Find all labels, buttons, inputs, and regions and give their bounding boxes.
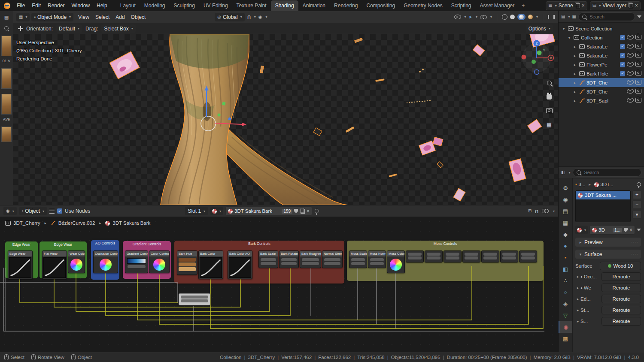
gizmos-icon[interactable]: ➤: [469, 15, 472, 19]
viewlayer-selector[interactable]: ▤▾ ViewLayer ×: [590, 1, 641, 10]
properties-tab-output[interactable]: ▤: [559, 205, 572, 217]
workspace-tab-geometry-nodes[interactable]: Geometry Nodes: [399, 0, 447, 11]
shader-node[interactable]: Bark Rotate: [279, 250, 299, 268]
viewport-3d[interactable]: Z X Y User Perspective (285) Collection …: [13, 34, 558, 205]
options-dropdown[interactable]: Options▾: [526, 24, 553, 33]
shader-node[interactable]: Moss Color: [387, 250, 405, 273]
camera-icon[interactable]: [635, 53, 641, 59]
shader-node[interactable]: Color Control: [149, 250, 170, 273]
breadcrumb-object[interactable]: 3...: [579, 182, 586, 187]
menu-edit[interactable]: Edit: [28, 1, 44, 10]
outliner-row[interactable]: ▸FlowerPe✓: [559, 60, 644, 69]
add-slot-button[interactable]: +: [632, 190, 641, 199]
material-slot-list[interactable]: 3DT Sakura ...: [575, 190, 631, 222]
properties-tab-particles[interactable]: ∴: [559, 275, 572, 287]
search-icon[interactable]: [4, 26, 9, 30]
shader-node[interactable]: [406, 250, 424, 262]
menu-icon[interactable]: [49, 209, 55, 214]
camera-icon[interactable]: [635, 80, 641, 86]
reroute-button[interactable]: Reroute: [601, 272, 641, 281]
slot-dropdown[interactable]: Slot 1▾: [185, 207, 208, 215]
pin-icon[interactable]: [315, 209, 319, 213]
checkbox-icon[interactable]: ✓: [620, 71, 625, 76]
camera-icon[interactable]: [635, 98, 641, 104]
shader-node[interactable]: [462, 250, 480, 262]
workspace-tab-rendering[interactable]: Rendering: [330, 0, 362, 11]
new-scene-icon[interactable]: [576, 3, 580, 8]
snap-magnet-icon[interactable]: U: [247, 15, 251, 19]
eye-icon[interactable]: [627, 80, 634, 86]
camera-icon[interactable]: [635, 62, 641, 68]
outliner-editor-icon[interactable]: ▤: [561, 15, 565, 19]
texture-thumbnail[interactable]: [1, 127, 12, 142]
outliner-row[interactable]: ▸SakuraLe✓: [559, 51, 644, 60]
checkbox-icon[interactable]: ✓: [620, 53, 625, 58]
outliner-row[interactable]: ▸3DT_Sapl: [559, 96, 644, 105]
fake-user-shield-icon[interactable]: [294, 209, 298, 213]
workspace-tab-scripting[interactable]: Scripting: [447, 0, 476, 11]
properties-editor-icon[interactable]: ◧: [561, 170, 565, 175]
remove-slot-button[interactable]: −: [632, 200, 641, 209]
visibility-icon[interactable]: [454, 15, 461, 19]
checkbox-icon[interactable]: ✓: [620, 44, 625, 49]
properties-tab-object[interactable]: ▪: [559, 252, 572, 263]
shader-node[interactable]: Edge Wear: [8, 250, 33, 279]
eye-icon[interactable]: [627, 89, 634, 95]
shader-node[interactable]: Wear Color: [68, 250, 85, 273]
eye-icon[interactable]: [627, 62, 634, 68]
properties-tab-modifiers[interactable]: ◧: [559, 263, 572, 275]
breadcrumb-data[interactable]: 3DT...: [601, 182, 614, 187]
copy-material-icon[interactable]: [301, 209, 305, 214]
outliner-row[interactable]: ▸Bark Hole✓: [559, 69, 644, 78]
mode-dropdown[interactable]: ▪Object Mode▾: [31, 13, 73, 21]
checkbox-icon[interactable]: ✓: [620, 62, 625, 67]
browse-material-button[interactable]: ▾: [575, 226, 588, 234]
material-slot-item[interactable]: 3DT Sakura ...: [576, 191, 630, 199]
shader-node[interactable]: Moss Normal: [368, 250, 386, 268]
search-input[interactable]: [583, 169, 619, 175]
shader-node[interactable]: [179, 293, 210, 305]
editor-type-button[interactable]: ▦▾: [16, 13, 30, 21]
pan-hand-icon[interactable]: [545, 93, 553, 100]
proportional-editing-icon[interactable]: ◉: [258, 15, 262, 19]
reroute-button[interactable]: Reroute: [601, 317, 641, 326]
preview-panel-header[interactable]: ▸ Preview ····: [575, 238, 641, 247]
shading-solid-icon[interactable]: [510, 15, 515, 19]
properties-tab-viewlayer[interactable]: ▦: [559, 217, 572, 229]
drag-handle-icon[interactable]: ····: [631, 252, 638, 256]
viewport-menu-add[interactable]: Add: [112, 13, 128, 21]
workspace-tab-texture-paint[interactable]: Texture Paint: [232, 0, 271, 11]
checkbox-icon[interactable]: ✓: [620, 35, 625, 40]
orientation-dropdown[interactable]: Default▾: [56, 24, 82, 33]
properties-tab-render[interactable]: ◉: [559, 194, 572, 205]
expander-icon[interactable]: ▸: [572, 99, 577, 103]
texture-thumbnail[interactable]: [1, 36, 12, 56]
menu-help[interactable]: Help: [93, 1, 111, 10]
expander-icon[interactable]: ▸: [575, 297, 580, 301]
users-count-badge[interactable]: 159: [282, 209, 292, 214]
texture-thumbnail[interactable]: [1, 94, 12, 115]
reroute-button[interactable]: Reroute: [601, 284, 641, 292]
expander-icon[interactable]: ▸: [572, 45, 577, 49]
expander-icon[interactable]: ▸: [572, 54, 577, 58]
snap-magnet-icon[interactable]: U: [535, 209, 538, 214]
properties-tab-material[interactable]: ◉: [559, 321, 572, 333]
new-viewlayer-icon[interactable]: [629, 3, 633, 8]
shader-node[interactable]: Bark Roughness: [300, 250, 321, 268]
eye-icon[interactable]: [627, 98, 634, 104]
properties-tab-constraints[interactable]: ◈: [559, 298, 572, 310]
menu-file[interactable]: File: [13, 1, 28, 10]
breadcrumb-data[interactable]: BézierCurve.002: [58, 220, 95, 226]
slot-specials-button[interactable]: ▾: [632, 210, 641, 219]
menu-window[interactable]: Window: [68, 1, 93, 10]
material-name-field[interactable]: 3DT Sakura Bark 159 ×: [225, 206, 312, 216]
properties-tab-data[interactable]: ▽: [559, 310, 572, 321]
add-workspace-button[interactable]: +: [519, 0, 528, 11]
camera-icon[interactable]: [635, 89, 641, 95]
browse-material-button[interactable]: ▾: [210, 207, 223, 215]
drag-handle-icon[interactable]: ····: [631, 240, 638, 244]
zoom-icon[interactable]: [545, 79, 553, 87]
shader-node[interactable]: [519, 250, 537, 262]
shader-node[interactable]: Bark Hue: [177, 250, 197, 275]
shader-node[interactable]: Occlusion Control: [93, 250, 118, 273]
